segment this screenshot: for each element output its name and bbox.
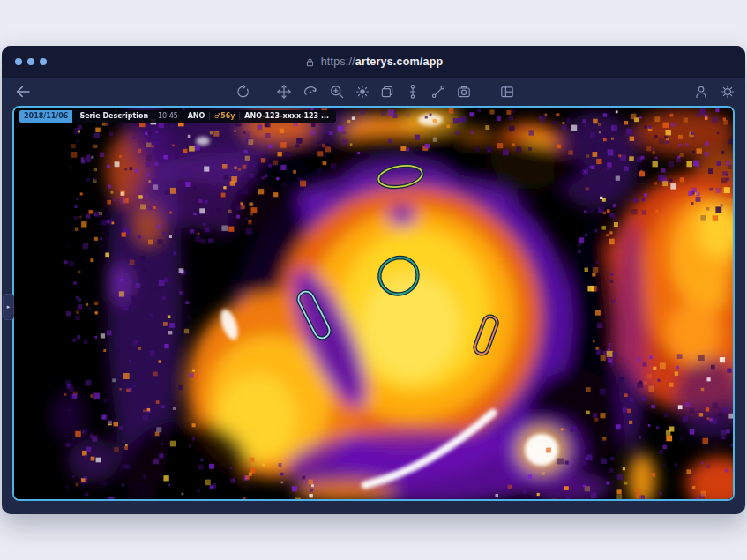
browser-titlebar: https://arterys.com/app (2, 46, 745, 78)
study-time: 10:45 (155, 110, 181, 123)
study-date: 2018/11/06 (19, 110, 72, 123)
gear-icon (720, 84, 736, 100)
brightness-icon (355, 84, 370, 100)
app-window: https://arterys.com/app (2, 46, 745, 514)
window-level-button[interactable] (352, 81, 373, 102)
measure-line-button[interactable] (428, 81, 449, 102)
sidebar-expand-handle[interactable]: ▸ (3, 294, 14, 320)
layers-button[interactable] (377, 81, 398, 102)
url-protocol: https:// (321, 56, 355, 68)
camera-icon (456, 84, 472, 100)
snapshot-button[interactable] (453, 81, 474, 102)
arrow-left-icon (14, 83, 32, 101)
user-icon (693, 84, 709, 100)
patient-name: ANO (185, 110, 208, 123)
address-bar[interactable]: https://arterys.com/app (2, 46, 745, 78)
lock-icon (304, 56, 316, 68)
layers-icon (379, 84, 395, 100)
layout-button[interactable] (497, 81, 518, 102)
rotate-cw-icon (303, 84, 318, 100)
caliper-button[interactable] (402, 81, 423, 102)
cardiac-mri-heatmap (14, 108, 735, 501)
series-description: Serie Description (77, 110, 151, 123)
zoom-in-icon (329, 84, 345, 100)
layout-grid-icon (499, 84, 515, 100)
zoom-button[interactable] (326, 81, 347, 102)
line-measure-icon (430, 84, 446, 100)
account-button[interactable] (691, 81, 712, 102)
settings-button[interactable] (717, 81, 738, 102)
rotate-ccw-icon (235, 84, 250, 100)
back-button[interactable] (12, 81, 34, 102)
rotate-view-button[interactable] (300, 81, 321, 102)
pan-move-icon (276, 84, 292, 100)
image-viewport[interactable]: 2018/11/06 Serie Description | 10:45 | A… (12, 106, 735, 501)
url-address: arterys.com/app (355, 56, 444, 68)
caliper-icon (405, 84, 421, 100)
reset-rotate-button[interactable] (232, 81, 253, 102)
chevron-right-icon: ▸ (7, 303, 11, 310)
study-id: ANO-123-xxxx-123 ... (242, 110, 332, 123)
patient-sex-age: ♂56y (212, 110, 238, 123)
viewer-toolbar (2, 78, 745, 106)
pan-button[interactable] (273, 81, 295, 102)
study-metadata-bar: 2018/11/06 Serie Description | 10:45 | A… (19, 110, 336, 123)
